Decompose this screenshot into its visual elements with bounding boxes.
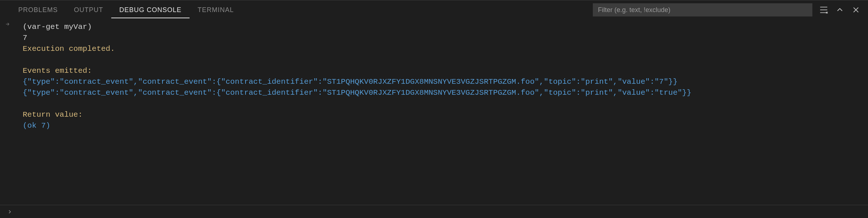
console-input-expression: (var-get myVar): [23, 22, 868, 33]
console-event-line: {"type":"contract_event","contract_event…: [23, 76, 868, 87]
console-return-header: Return value:: [23, 109, 868, 120]
panel-actions: [819, 5, 861, 15]
repl-input[interactable]: [18, 207, 868, 216]
console-output-row: Return value:: [0, 109, 868, 120]
collapse-panel-icon[interactable]: [835, 5, 845, 15]
close-panel-icon[interactable]: [851, 5, 861, 15]
panel-tab-bar: PROBLEMS OUTPUT DEBUG CONSOLE TERMINAL: [0, 0, 868, 19]
tab-terminal[interactable]: TERMINAL: [190, 2, 242, 18]
panel-tabs: PROBLEMS OUTPUT DEBUG CONSOLE TERMINAL: [10, 2, 242, 18]
console-return-value: (ok 7): [23, 120, 868, 131]
console-events-header: Events emitted:: [23, 65, 868, 76]
console-output-row: {"type":"contract_event","contract_event…: [0, 87, 868, 98]
console-input-row: (var-get myVar): [0, 22, 868, 33]
input-arrow-icon: [0, 22, 23, 27]
clear-console-icon[interactable]: [819, 5, 828, 15]
console-blank-row: [0, 55, 868, 65]
console-filter-input[interactable]: [593, 3, 812, 16]
console-result-value: 7: [23, 33, 868, 44]
tab-debug-console[interactable]: DEBUG CONSOLE: [111, 2, 190, 18]
console-blank-row: [0, 98, 868, 109]
console-output-row: {"type":"contract_event","contract_event…: [0, 76, 868, 87]
console-output-row: Execution completed.: [0, 44, 868, 55]
debug-console-body[interactable]: (var-get myVar) 7 Execution completed. E…: [0, 19, 868, 205]
console-execution-complete: Execution completed.: [23, 44, 868, 55]
repl-prompt-icon: [7, 209, 12, 214]
console-output-row: (ok 7): [0, 120, 868, 131]
console-output-row: 7: [0, 33, 868, 44]
console-blank: [23, 98, 868, 109]
tab-problems[interactable]: PROBLEMS: [10, 2, 66, 18]
tab-output[interactable]: OUTPUT: [66, 2, 111, 18]
console-event-line: {"type":"contract_event","contract_event…: [23, 87, 868, 98]
repl-input-row: [0, 205, 868, 218]
console-output-row: Events emitted:: [0, 65, 868, 76]
console-blank: [23, 55, 868, 65]
panel-container: PROBLEMS OUTPUT DEBUG CONSOLE TERMINAL: [0, 0, 868, 218]
